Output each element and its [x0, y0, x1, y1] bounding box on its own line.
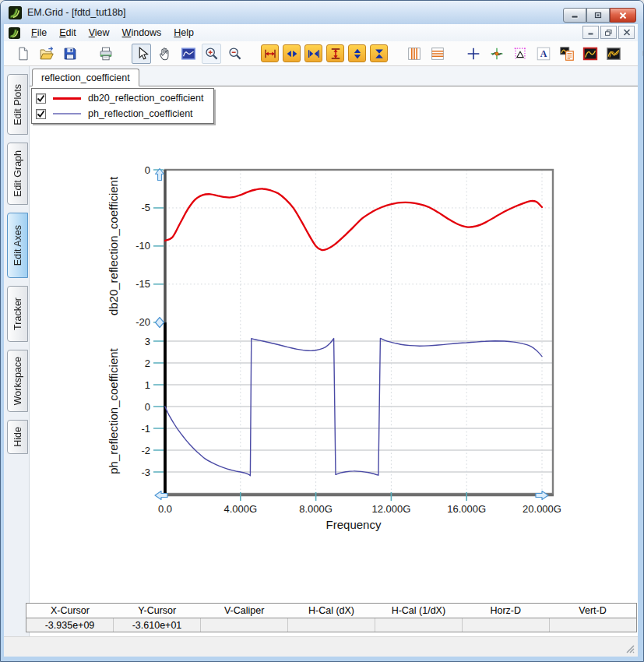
checkmark-icon	[37, 110, 45, 118]
toolbar: A	[4, 41, 638, 66]
tracker-icon	[488, 45, 505, 62]
plot-area: db20_reflection_coefficientph_reflection…	[30, 86, 638, 636]
cursor-table-header: Horz-D	[462, 604, 549, 618]
close-button[interactable]	[610, 8, 636, 23]
sidebar-tab-edit-graph[interactable]: Edit Graph	[7, 143, 28, 205]
zoom-x-full-icon	[263, 47, 277, 61]
x-axis-right-handle[interactable]	[536, 491, 548, 500]
tab-reflection-coefficient[interactable]: reflection_coefficient	[32, 69, 139, 86]
caliper-icon	[512, 45, 529, 62]
zoom-out-icon	[227, 45, 244, 62]
zoom-y-expand-icon	[350, 47, 364, 61]
legend-checkbox-2[interactable]	[36, 109, 46, 119]
cursor-table-header: H-Cal (1/dX)	[375, 604, 462, 618]
sidebar-tab-workspace[interactable]: Workspace	[7, 350, 28, 412]
zoom-y-full-button[interactable]	[326, 44, 344, 62]
cursor-table-value-6	[463, 618, 550, 632]
minimize-icon	[570, 12, 579, 19]
tick-label: 8.000G	[299, 503, 333, 515]
save-icon	[62, 45, 79, 62]
menu-item-windows[interactable]: Windows	[116, 25, 168, 40]
zoom-box-button[interactable]	[178, 44, 198, 64]
zoom-x-shrink-button[interactable]	[304, 44, 322, 62]
crosshair-button[interactable]	[463, 44, 483, 64]
measure-vertical-button	[639, 44, 644, 64]
sidebar-tab-label: Workspace	[12, 357, 23, 405]
view-multi-curve-button[interactable]	[604, 44, 623, 64]
zoom-y-shrink-button[interactable]	[370, 44, 388, 62]
minimize-button[interactable]	[563, 8, 586, 23]
series-db20-curve	[165, 188, 542, 250]
zoom-y-shrink-icon	[372, 47, 386, 61]
view-single-curve-button[interactable]	[580, 44, 600, 64]
report-button[interactable]	[557, 44, 576, 64]
pan-hand-button[interactable]	[155, 44, 174, 64]
cursor-table-header-row: X-CursorY-CursorV-CaliperH-Cal (dX)H-Cal…	[26, 604, 636, 618]
tick-label: 16.000G	[447, 503, 486, 515]
status-bar	[4, 636, 638, 657]
content-area: reflection_coefficient db20_reflection_c…	[29, 66, 638, 636]
restore-button[interactable]	[586, 8, 610, 23]
save-button[interactable]	[60, 44, 79, 64]
cursor-table-header: V-Caliper	[201, 604, 288, 618]
mdi-close-button[interactable]	[618, 26, 635, 39]
view-single-curve-icon	[582, 45, 599, 62]
sidebar-tab-label: Edit Graph	[12, 150, 23, 197]
print-button[interactable]	[96, 44, 115, 64]
sidebar-tab-hide[interactable]: Hide	[7, 420, 28, 454]
legend-label: ph_reflection_coefficient	[88, 108, 193, 119]
zoom-in-button[interactable]	[202, 44, 221, 64]
sidebar-tab-label: Hide	[12, 427, 23, 447]
sidebar-tab-edit-axes[interactable]: Edit Axes	[7, 213, 28, 278]
zoom-out-button[interactable]	[225, 44, 245, 64]
y-axis-bottom-handle[interactable]	[156, 318, 164, 328]
cursor-table-header: X-Cursor	[26, 604, 114, 618]
mdi-restore-button[interactable]	[600, 26, 617, 39]
zoom-x-expand-button[interactable]	[283, 44, 301, 62]
menu-item-help[interactable]: Help	[167, 25, 200, 40]
tick-label: 1	[145, 379, 150, 391]
horizontal-markers-icon	[429, 45, 446, 62]
vertical-markers-icon	[406, 45, 423, 62]
new-document-icon	[15, 45, 32, 62]
legend-swatch	[53, 97, 81, 100]
window-title: EM.Grid - [fdtd_tut18b]	[27, 7, 125, 18]
tick-label: -10	[135, 240, 150, 252]
print-icon	[97, 45, 114, 62]
menu-item-file[interactable]: File	[25, 25, 53, 40]
zoom-in-icon	[203, 45, 220, 62]
app-icon-small	[9, 27, 20, 39]
new-document-button[interactable]	[13, 44, 33, 64]
tick-label: 3	[145, 336, 150, 347]
menu-item-edit[interactable]: Edit	[53, 25, 83, 40]
main-area: Edit PlotsEdit GraphEdit AxesTrackerWork…	[4, 66, 638, 636]
x-axis-label: Frequency	[326, 518, 382, 531]
open-file-button[interactable]	[37, 44, 56, 64]
mdi-minimize-button[interactable]	[582, 26, 599, 39]
sidebar-tab-edit-plots[interactable]: Edit Plots	[7, 74, 28, 135]
sidebar-tab-label: Tracker	[12, 298, 23, 330]
tracker-button[interactable]	[487, 44, 506, 64]
mdi-minimize-icon	[587, 29, 595, 36]
text-annotation-button[interactable]: A	[533, 44, 553, 64]
zoom-x-full-button[interactable]	[261, 44, 279, 62]
zoom-y-expand-button[interactable]	[348, 44, 366, 62]
zoom-x-shrink-icon	[307, 47, 321, 61]
zoom-box-icon	[180, 45, 197, 62]
app-icon	[9, 6, 22, 19]
caliper-button[interactable]	[510, 44, 530, 64]
close-icon	[618, 12, 628, 19]
cursor-table-header: H-Cal (dX)	[288, 604, 375, 618]
sidebar-tab-tracker[interactable]: Tracker	[7, 286, 28, 342]
legend-label: db20_reflection_coefficient	[88, 93, 204, 104]
cursor-table-header: Vert-D	[549, 604, 636, 618]
legend-checkbox-1[interactable]	[36, 93, 46, 104]
document-tabbar: reflection_coefficient	[30, 66, 638, 86]
menubar: FileEditViewWindowsHelp	[4, 24, 638, 41]
resize-grip[interactable]	[625, 644, 635, 654]
horizontal-markers-button[interactable]	[428, 44, 447, 64]
menu-item-view[interactable]: View	[83, 25, 116, 40]
select-arrow-button[interactable]	[132, 44, 151, 64]
cursor-table-header: Y-Cursor	[114, 604, 201, 618]
vertical-markers-button[interactable]	[404, 44, 424, 64]
